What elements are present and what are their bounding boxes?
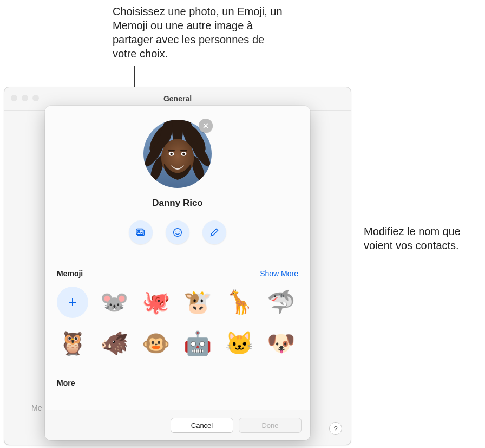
plus-icon	[66, 296, 79, 309]
window-close-button[interactable]	[11, 95, 17, 101]
add-memoji-button[interactable]	[57, 287, 88, 318]
window-title: General	[163, 94, 192, 103]
memoji-robot[interactable]: 🤖	[182, 328, 213, 359]
done-button[interactable]: Done	[239, 418, 302, 433]
memoji-owl[interactable]: 🦉	[57, 328, 88, 359]
edit-name-button[interactable]	[202, 220, 226, 244]
help-button[interactable]: ?	[329, 422, 342, 435]
callout-edit-name: Modifiez le nom que voient vos contacts.	[364, 224, 483, 252]
memoji-cat[interactable]: 🐱	[224, 328, 255, 359]
memoji-dog[interactable]: 🐶	[265, 328, 297, 359]
memoji-cow[interactable]: 🐮	[182, 287, 213, 318]
svg-rect-14	[168, 150, 175, 151]
pencil-icon	[208, 226, 220, 238]
traffic-lights[interactable]	[11, 95, 39, 101]
avatar-action-row	[57, 220, 298, 244]
memoji-section-header: Memoji Show More	[57, 269, 298, 278]
more-section-title: More	[57, 379, 298, 387]
window-minimize-button[interactable]	[22, 95, 28, 101]
display-name-label: Danny Rico	[57, 198, 298, 209]
memoji-mouse[interactable]: 🐭	[99, 287, 130, 318]
memoji-giraffe[interactable]: 🦒	[224, 287, 255, 318]
emoji-picker-button[interactable]	[166, 220, 189, 244]
svg-point-21	[179, 231, 179, 232]
memoji-show-more-link[interactable]: Show More	[260, 269, 298, 278]
memoji-monkey[interactable]: 🐵	[140, 328, 172, 359]
cancel-button[interactable]: Cancel	[171, 418, 233, 433]
sheet-footer: Cancel Done	[45, 410, 310, 440]
memoji-shark[interactable]: 🦈	[265, 287, 297, 318]
memoji-grid: 🐭🐙🐮🦒🦈🦉🐗🐵🤖🐱🐶	[57, 287, 298, 359]
photo-picker-button[interactable]	[129, 220, 153, 244]
photos-icon	[135, 226, 147, 238]
svg-point-20	[176, 231, 176, 232]
remove-avatar-button[interactable]	[199, 119, 213, 133]
memoji-boar[interactable]: 🐗	[99, 328, 130, 359]
window-zoom-button[interactable]	[32, 95, 39, 101]
sheet-body: Danny Rico	[45, 106, 310, 410]
svg-point-19	[174, 229, 182, 237]
callout-photo: Choisissez une photo, un Emoji, un Memoj…	[113, 4, 286, 61]
name-photo-sharing-sheet: Danny Rico	[45, 106, 310, 440]
avatar-container	[143, 120, 212, 188]
svg-point-13	[182, 153, 185, 155]
svg-rect-15	[180, 150, 187, 151]
smile-icon	[172, 226, 183, 238]
memoji-section-title: Memoji	[57, 269, 83, 278]
svg-point-12	[170, 153, 173, 155]
background-label: Me	[31, 404, 42, 412]
help-icon: ?	[333, 425, 337, 433]
close-icon	[202, 122, 209, 129]
memoji-octopus[interactable]: 🐙	[140, 287, 172, 318]
